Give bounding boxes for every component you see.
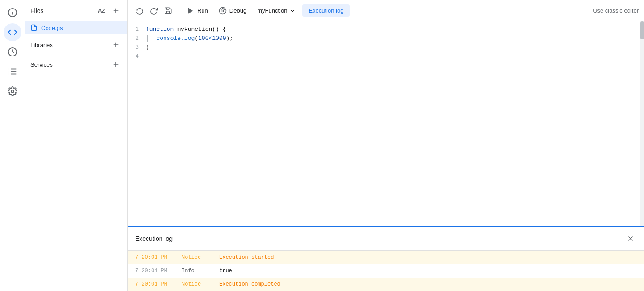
code-line-1: 1 function myFunction() { [128,25,644,34]
services-section-header: Services [25,54,127,73]
file-panel: Files AZ Code.gs Libraries [25,0,128,291]
log-level-1: Info [182,268,208,274]
log-row-1: 7:20:01 PM Info true [128,264,644,278]
libraries-label: Libraries [30,42,53,48]
redo-button[interactable] [148,4,160,17]
file-item-code-gs[interactable]: Code.gs [25,21,127,34]
close-exec-log-button[interactable] [624,232,637,245]
debug-button[interactable]: Debug [214,4,251,17]
execution-log-button[interactable]: Execution log [302,4,350,17]
add-library-button[interactable] [110,39,122,51]
add-file-button[interactable] [110,4,122,17]
exec-log-header: Execution log [128,227,644,251]
code-line-3: 3 } [128,43,644,52]
code-line-4: 4 [128,52,644,61]
scrollbar-thumb[interactable] [640,21,644,39]
log-level-0: Notice [182,254,208,261]
log-row-2: 7:20:01 PM Notice Execution completed [128,278,644,291]
file-name-code-gs: Code.gs [41,25,63,31]
classic-editor-link[interactable]: Use classic editor [593,7,639,14]
settings-icon-btn[interactable] [4,82,21,100]
code-line-2: 2 │ console.log(100<1000); [128,34,644,43]
scrollbar-track[interactable] [640,21,644,226]
files-title: Files [30,7,44,14]
function-name: myFunction [257,7,287,14]
log-time-0: 7:20:01 PM [135,254,171,261]
log-message-1: true [219,268,637,274]
separator-1 [178,5,178,16]
undo-button[interactable] [133,4,146,17]
execution-log-panel: Execution log 7:20:01 PM Notice Executio… [128,226,644,291]
svg-marker-17 [188,8,193,14]
svg-point-10 [11,90,14,93]
code-icon-btn[interactable] [4,23,21,41]
list-icon-btn[interactable] [4,63,21,81]
exec-log-title: Execution log [135,235,173,242]
save-button[interactable] [162,4,174,17]
file-panel-header: Files AZ [25,0,127,21]
file-panel-actions: AZ [95,4,122,17]
run-button[interactable]: Run [182,4,212,17]
sort-az-button[interactable]: AZ [95,4,108,17]
editor-area: 1 function myFunction() { 2 │ console.lo… [128,21,644,226]
log-table: 7:20:01 PM Notice Execution started 7:20… [128,251,644,291]
info-icon-btn[interactable] [4,4,21,21]
toolbar: Run Debug myFunction Execution log Use c… [128,0,644,21]
log-level-2: Notice [182,281,208,287]
function-selector[interactable]: myFunction [253,4,301,17]
debug-label: Debug [229,7,246,14]
icon-bar [0,0,25,291]
run-label: Run [197,7,208,14]
log-time-1: 7:20:01 PM [135,268,171,274]
log-message-2: Execution completed [219,281,637,287]
log-message-0: Execution started [219,254,637,261]
main-area: Run Debug myFunction Execution log Use c… [128,0,644,291]
log-time-2: 7:20:01 PM [135,281,171,287]
libraries-section-header: Libraries [25,34,127,54]
add-service-button[interactable] [110,58,122,71]
code-editor[interactable]: 1 function myFunction() { 2 │ console.lo… [128,21,644,226]
log-row-0: 7:20:01 PM Notice Execution started [128,251,644,264]
clock-icon-btn[interactable] [4,43,21,61]
execution-log-label: Execution log [309,7,343,14]
services-label: Services [30,61,53,68]
